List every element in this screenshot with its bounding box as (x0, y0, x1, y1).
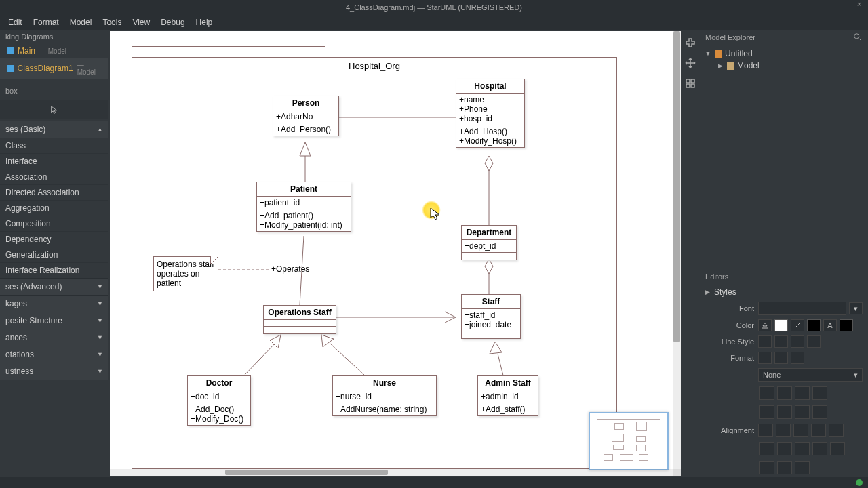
menu-format[interactable]: Format (28, 16, 64, 28)
menu-model[interactable]: Model (64, 16, 98, 28)
align-btn[interactable] (760, 442, 774, 455)
tool-interface[interactable]: Interface (0, 153, 108, 169)
close-button[interactable]: × (853, 0, 865, 8)
diagram-item-classdiagram1[interactable]: ClassDiagram1 — Model (0, 58, 108, 79)
right-tool-strip (681, 30, 700, 477)
chevron-down-icon: ▼ (97, 317, 103, 324)
text-color-icon[interactable]: A (823, 319, 837, 331)
line-curve-icon[interactable] (807, 336, 821, 348)
fill-color-swatch[interactable] (774, 319, 788, 331)
class-operations-staff[interactable]: Operations Staff (263, 305, 336, 334)
align-btn[interactable] (812, 442, 827, 455)
tree-twisty-icon[interactable]: ▶ (716, 62, 724, 69)
fmt-btn[interactable] (777, 405, 792, 419)
canvas-scrollbar-horizontal[interactable] (110, 469, 681, 476)
tree-row-untitled[interactable]: ▼ Untitled (704, 47, 864, 60)
fmt-btn[interactable] (812, 405, 827, 419)
minimap[interactable] (589, 412, 669, 470)
grid-icon[interactable] (683, 76, 698, 91)
category-label: ses (Basic) (5, 125, 45, 134)
tool-association[interactable]: Association (0, 169, 108, 184)
toolbox-select-cursor[interactable] (0, 100, 108, 119)
toolbox-category-composite[interactable]: posite Structure ▼ (0, 312, 108, 329)
tool-dependency[interactable]: Dependency (0, 231, 108, 247)
tool-composition[interactable]: Composition (0, 216, 108, 231)
text-color-swatch[interactable] (840, 319, 853, 331)
line-color-swatch[interactable] (807, 319, 821, 331)
fmt-btn[interactable] (812, 386, 827, 400)
tree-twisty-icon[interactable]: ▼ (704, 50, 712, 57)
class-hospital[interactable]: Hospital +name +Phone +hosp_id +Add_Hosp… (456, 79, 525, 148)
diagram-item-main[interactable]: Main — Model (0, 43, 108, 58)
search-icon[interactable] (853, 33, 863, 42)
toolbox-category-robustness[interactable]: ustness ▼ (0, 363, 108, 380)
class-staff[interactable]: Staff +staff_id +joined_date (461, 294, 521, 339)
tool-class[interactable]: Class (0, 138, 108, 153)
toolbox-header: box (0, 83, 108, 99)
align-btn[interactable] (777, 461, 792, 474)
toolbox-category-instances[interactable]: ances ▼ (0, 329, 108, 346)
tool-interface-realization[interactable]: Interface Realization (0, 262, 108, 278)
class-department[interactable]: Department +dept_id (461, 225, 517, 260)
align-btn[interactable] (758, 424, 773, 437)
toolbox-category-classes-advanced[interactable]: ses (Advanced) ▼ (0, 278, 108, 295)
minimize-button[interactable]: — (837, 0, 849, 8)
toolbox-category-packages[interactable]: kages ▼ (0, 295, 108, 312)
font-dropdown[interactable] (758, 302, 846, 315)
line-rectilinear-icon[interactable] (758, 336, 772, 348)
menu-view[interactable]: View (127, 16, 155, 28)
tool-directed-association[interactable]: Directed Association (0, 184, 108, 200)
align-btn[interactable] (793, 424, 808, 437)
align-btn[interactable] (760, 461, 774, 474)
toolbox-category-classes-basic[interactable]: ses (Basic) ▲ (0, 121, 108, 138)
dropdown-icon[interactable]: ▾ (849, 302, 863, 314)
format-icon-1[interactable] (758, 352, 772, 364)
align-btn[interactable] (829, 424, 844, 437)
toolbox-category-annotations[interactable]: otations ▼ (0, 346, 108, 363)
format-options-row-2 (700, 403, 868, 422)
canvas-scrollbar-vertical[interactable] (673, 31, 681, 476)
fmt-btn[interactable] (795, 405, 810, 419)
class-name: Patient (257, 182, 351, 197)
align-btn[interactable] (811, 424, 826, 437)
line-rounded-icon[interactable] (791, 336, 804, 348)
diagram-canvas[interactable]: Hospital_Org (110, 31, 681, 476)
class-patient[interactable]: Patient +patient_id +Add_patient() +Modi… (256, 182, 351, 232)
diagram-name: Main (18, 46, 35, 56)
menu-help[interactable]: Help (191, 16, 218, 28)
format-icon-3[interactable] (791, 352, 804, 364)
format-icon-2[interactable] (774, 352, 788, 364)
align-btn[interactable] (830, 442, 845, 455)
fill-color-icon[interactable] (758, 319, 772, 331)
align-btn[interactable] (795, 461, 810, 474)
fmt-btn[interactable] (760, 405, 774, 419)
class-name: Admin Staff (478, 376, 538, 390)
fmt-btn[interactable] (795, 386, 810, 400)
class-nurse[interactable]: Nurse +nurse_id +AddNurse(name: string) (332, 375, 437, 416)
note-operations-staff[interactable]: Operations staff operates on patient (153, 256, 218, 291)
menu-debug[interactable]: Debug (155, 16, 190, 28)
class-admin-staff[interactable]: Admin Staff +admin_id +Add_staff() (477, 375, 538, 416)
menu-tools[interactable]: Tools (97, 16, 127, 28)
align-btn[interactable] (795, 442, 810, 455)
align-btn[interactable] (777, 442, 792, 455)
styles-row[interactable]: ▶ Styles (700, 285, 868, 300)
menu-edit[interactable]: Edit (3, 16, 28, 28)
stereotype-dropdown[interactable]: None ▾ (758, 368, 863, 382)
package-tab[interactable] (132, 46, 326, 57)
operation: +Modify_patient(id: int) (260, 220, 348, 230)
line-oblique-icon[interactable] (774, 336, 788, 348)
fmt-btn[interactable] (777, 386, 792, 400)
tree-row-model[interactable]: ▶ Model (704, 60, 864, 72)
tool-aggregation[interactable]: Aggregation (0, 200, 108, 216)
line-color-icon[interactable] (791, 319, 804, 331)
move-icon[interactable] (683, 56, 698, 70)
fmt-btn[interactable] (760, 386, 774, 400)
extensions-icon[interactable] (683, 35, 698, 50)
tool-generalization[interactable]: Generalization (0, 247, 108, 262)
class-doctor[interactable]: Doctor +doc_id +Add_Doc() +Modify_Doc() (187, 375, 251, 426)
class-person[interactable]: Person +AdharNo +Add_Person() (273, 96, 339, 136)
align-btn[interactable] (776, 424, 791, 437)
editors-header: Editors (700, 268, 868, 285)
diagram-icon (7, 47, 14, 54)
